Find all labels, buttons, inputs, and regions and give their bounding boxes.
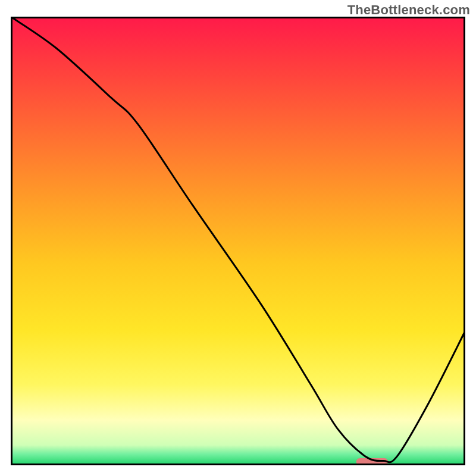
plot-area (11, 17, 465, 465)
watermark-text: TheBottleneck.com (347, 2, 470, 18)
gradient-background (11, 17, 465, 465)
chart-svg (11, 17, 465, 465)
chart-container: TheBottleneck.com (0, 0, 476, 476)
